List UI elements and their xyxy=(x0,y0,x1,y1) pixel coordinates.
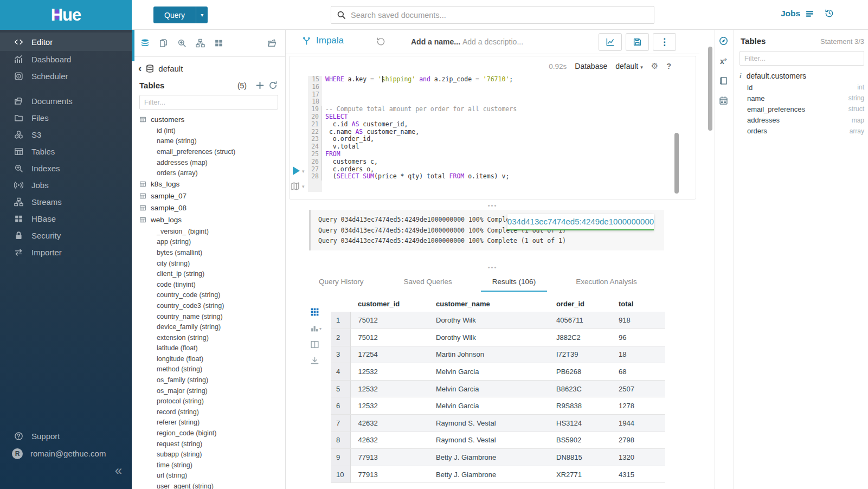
table-row[interactable]: 317254Martin JohnsonI72T3918 xyxy=(331,346,665,363)
table-row[interactable]: 1077913Betty J. GiambroneXR27714315 xyxy=(331,466,665,483)
query-description-field[interactable]: Add a descriptio... xyxy=(462,37,523,46)
columns-view-icon[interactable] xyxy=(310,340,319,349)
zoom-in-icon[interactable] xyxy=(177,38,187,48)
resize-handle-bottom[interactable]: ••• xyxy=(286,265,699,269)
database-select[interactable]: default ▾ xyxy=(615,62,642,70)
tree-column[interactable]: id (int) xyxy=(132,125,285,136)
sidebar-item-documents[interactable]: Documents xyxy=(0,93,132,110)
tree-column[interactable]: os_family (string) xyxy=(132,375,285,385)
presentation-options-caret[interactable]: ▾ xyxy=(302,184,305,189)
tree-column[interactable]: code (tinyint) xyxy=(132,279,285,290)
assist-column-email_preferences[interactable]: email_preferencesstruct xyxy=(747,104,864,114)
page-scrollbar[interactable] xyxy=(708,47,712,131)
tree-column[interactable]: subapp (string) xyxy=(132,449,285,460)
results-header-customer_id[interactable]: customer_id xyxy=(350,295,428,312)
table-row[interactable]: 742632Raymond S. VestalHS31241944 xyxy=(331,415,665,432)
download-icon[interactable] xyxy=(310,356,319,365)
add-table-icon[interactable] xyxy=(255,81,265,90)
refresh-icon[interactable] xyxy=(268,81,278,90)
tree-column[interactable]: region_code (bigint) xyxy=(132,428,285,439)
sidebar-item-hbase[interactable]: HBase xyxy=(0,210,132,227)
x-squared-icon[interactable]: x² xyxy=(720,57,726,66)
sidebar-item-indexes[interactable]: Indexes xyxy=(0,160,132,177)
tree-column[interactable]: os_major (string) xyxy=(132,385,285,396)
sidebar-item-importer[interactable]: Importer xyxy=(0,244,132,261)
assist-column-addresses[interactable]: addressesmap xyxy=(747,115,864,126)
tables-filter-input[interactable] xyxy=(139,95,278,110)
tree-column[interactable]: client_ip (string) xyxy=(132,268,285,279)
tree-column[interactable]: country_code3 (string) xyxy=(132,300,285,311)
sidebar-item-dashboard[interactable]: Dashboard xyxy=(0,51,132,68)
tree-table-sample_07[interactable]: sample_07 xyxy=(132,190,285,202)
query-history-icon[interactable] xyxy=(376,37,385,46)
database-icon[interactable] xyxy=(140,38,150,48)
chart-view-icon[interactable]: ▾ xyxy=(310,324,319,333)
tree-column[interactable]: record (string) xyxy=(132,407,285,417)
grid-icon[interactable] xyxy=(214,38,223,48)
tree-column[interactable]: longitude (float) xyxy=(132,353,285,364)
resize-handle-top[interactable]: ••• xyxy=(286,203,699,208)
breadcrumb-database[interactable]: default xyxy=(158,64,183,73)
sidebar-item-security[interactable]: Security xyxy=(0,227,132,244)
presentation-mode-icon[interactable] xyxy=(291,182,300,191)
sql-editor[interactable]: 15WHERE a.key = 'shipping' and a.zip_cod… xyxy=(308,76,677,181)
book-icon[interactable] xyxy=(719,76,728,86)
jobs-link[interactable]: Jobs xyxy=(781,9,814,18)
results-header-customer_name[interactable]: customer_name xyxy=(428,295,549,312)
table-row[interactable]: 412532Melvin GarciaPB626868 xyxy=(331,363,665,381)
sidebar-item-jobs[interactable]: Jobs xyxy=(0,177,132,194)
tree-column[interactable]: extension (string) xyxy=(132,332,285,343)
assist-active-table[interactable]: i default.customers xyxy=(740,72,868,80)
sidebar-item-streams[interactable]: Streams xyxy=(0,194,132,210)
collapse-sidebar-button[interactable]: « xyxy=(115,464,122,477)
tree-column[interactable]: name (string) xyxy=(132,136,285,147)
tree-table-web_logs[interactable]: web_logs xyxy=(132,214,285,226)
tab-saved-queries[interactable]: Saved Queries xyxy=(393,273,464,292)
tree-column[interactable]: orders (array) xyxy=(132,168,285,178)
tree-column[interactable]: user_agent (string) xyxy=(132,481,285,489)
tree-column[interactable]: city (string) xyxy=(132,258,285,269)
tree-column[interactable]: method (string) xyxy=(132,364,285,375)
compass-icon[interactable] xyxy=(719,36,728,46)
user-menu[interactable]: R romain@gethue.com xyxy=(0,445,132,462)
tree-column[interactable]: latitude (float) xyxy=(132,343,285,354)
chart-button[interactable] xyxy=(599,33,622,51)
assist-filter-input[interactable] xyxy=(740,51,864,66)
assist-column-id[interactable]: idint xyxy=(747,82,864,93)
grid-view-icon[interactable] xyxy=(310,307,319,317)
sidebar-item-files[interactable]: Files xyxy=(0,110,132,126)
assist-column-orders[interactable]: ordersarray xyxy=(747,126,864,137)
copy-docs-icon[interactable] xyxy=(159,38,168,48)
tree-column[interactable]: request (string) xyxy=(132,439,285,449)
sidebar-item-scheduler[interactable]: Scheduler xyxy=(0,68,132,85)
engine-selector[interactable]: Impala xyxy=(302,35,344,46)
sidebar-item-tables[interactable]: Tables xyxy=(0,143,132,160)
tab-query-history[interactable]: Query History xyxy=(307,273,375,292)
results-header-total[interactable]: total xyxy=(611,295,665,312)
folder-open-icon[interactable] xyxy=(267,38,277,48)
table-row[interactable]: 612532Melvin GarciaR9S8381278 xyxy=(331,397,665,415)
query-dropdown-caret[interactable]: ▾ xyxy=(196,7,208,23)
search-input[interactable] xyxy=(351,11,648,20)
assist-column-name[interactable]: namestring xyxy=(747,93,864,104)
tree-column[interactable]: url (string) xyxy=(132,471,285,481)
tab-execution-analysis[interactable]: Execution Analysis xyxy=(564,273,648,292)
more-actions-button[interactable]: ⋮ xyxy=(653,33,676,51)
tree-table-sample_08[interactable]: sample_08 xyxy=(132,202,285,214)
query-name-field[interactable]: Add a name... xyxy=(411,37,460,46)
history-icon[interactable] xyxy=(825,9,834,18)
execute-button[interactable] xyxy=(293,166,300,175)
results-header-order_id[interactable]: order_id xyxy=(549,295,611,312)
tree-column[interactable]: bytes (smallint) xyxy=(132,247,285,258)
execute-options-caret[interactable]: ▾ xyxy=(302,169,305,174)
tree-column[interactable]: country_name (string) xyxy=(132,311,285,322)
table-row[interactable]: 175012Dorothy Wilk4056711918 xyxy=(331,312,665,329)
tree-column[interactable]: device_family (string) xyxy=(132,321,285,332)
tab-results-106-[interactable]: Results (106) xyxy=(481,273,547,292)
query-button[interactable]: Query ▾ xyxy=(153,7,208,23)
hue-logo[interactable]: Hue xyxy=(0,0,132,30)
info-icon[interactable]: i xyxy=(740,72,742,80)
tree-column[interactable]: addresses (map) xyxy=(132,157,285,168)
save-button[interactable] xyxy=(626,33,649,51)
tree-table-k8s_logs[interactable]: k8s_logs xyxy=(132,178,285,190)
